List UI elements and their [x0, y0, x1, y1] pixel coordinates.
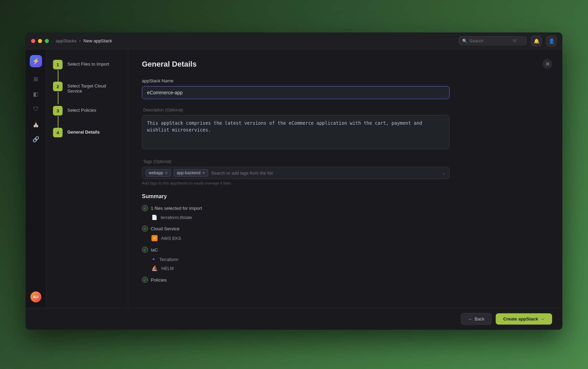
create-appstack-button[interactable]: Create appStack →	[496, 313, 552, 325]
tag-app-backend: app-backend ✕	[174, 169, 208, 177]
step-label-2[interactable]: Select Target Cloud Service	[67, 82, 121, 94]
summary-iac-terraform: ✦ Terraform	[142, 255, 450, 264]
step-label-1[interactable]: Select Files to Import	[67, 60, 109, 67]
sidebar-item-dashboard[interactable]: ⊞	[30, 73, 42, 85]
name-field-group: appStack Name	[142, 78, 450, 99]
back-button-label: Back	[475, 316, 484, 322]
sidebar-item-links[interactable]: 🔗	[30, 133, 42, 145]
file-icon: 📄	[151, 215, 157, 220]
tags-field-group: Tags(Optional) webapp ✕ app-backend ✕ ⌄	[142, 159, 450, 185]
summary-iac-value-1: HELM	[161, 266, 174, 271]
cloud-check-icon: ✓	[142, 226, 148, 232]
avatar[interactable]: AU	[30, 291, 41, 302]
app-logo[interactable]: ⚡	[30, 55, 42, 67]
tags-input-row[interactable]: webapp ✕ app-backend ✕ ⌄	[142, 167, 450, 179]
summary-cloud-item-awseks: A AWS EKS	[142, 234, 450, 243]
summary-title: Summary	[142, 193, 450, 200]
summary-policies-section: ✓ Policies	[142, 277, 450, 283]
steps-panel: 1 Select Files to Import 2 Select Target…	[46, 50, 128, 308]
sidebar-item-stacks[interactable]: ◧	[30, 88, 42, 100]
summary-iac-helm: ⛵ HELM	[142, 264, 450, 273]
summary-iac-value-0: Terraform	[159, 257, 178, 262]
summary-container: Summary ✓ 1 files selected for import 📄 …	[142, 193, 450, 283]
tags-label: Tags(Optional)	[142, 159, 450, 164]
policies-check-icon: ✓	[142, 277, 148, 283]
summary-iac-label: IaC	[151, 247, 158, 252]
step-number-1: 1	[53, 60, 63, 69]
step-4: 4 General Details	[53, 128, 121, 137]
step-label-3[interactable]: Select Policies	[67, 106, 96, 113]
tags-search-input[interactable]	[211, 170, 439, 176]
app-window: appStacks › New appStack 🔍 ⌘/ 🔔 👤 ⚡ ⊞ ◧ …	[26, 32, 562, 330]
summary-files-label: 1 files selected for import	[151, 206, 202, 211]
summary-files-heading: ✓ 1 files selected for import	[142, 205, 450, 211]
step-number-3: 3	[53, 106, 63, 115]
search-icon: 🔍	[462, 39, 467, 43]
summary-file-item: 📄 terraform.tfstate	[142, 213, 450, 221]
breadcrumb-current: New appStack	[83, 38, 112, 43]
tag-webapp: webapp ✕	[146, 169, 171, 177]
step-3: 3 Select Policies	[53, 106, 121, 128]
step-number-2: 2	[53, 82, 63, 91]
summary-policies-label: Policies	[151, 277, 167, 283]
step-number-4: 4	[53, 128, 63, 137]
files-check-icon: ✓	[142, 205, 148, 211]
content-area: ✕ General Details appStack Name Descript…	[128, 50, 562, 308]
back-arrow-icon: ←	[468, 316, 472, 322]
tags-hint: Add tags to this appStacks to easily man…	[142, 181, 450, 185]
back-button[interactable]: ← Back	[461, 313, 492, 325]
summary-iac-section: ✓ IaC ✦ Terraform ⛵ HELM	[142, 247, 450, 273]
description-label: Description(Optional)	[142, 107, 450, 112]
tag-app-backend-label: app-backend	[177, 170, 200, 175]
step-1: 1 Select Files to Import	[53, 60, 121, 82]
terraform-icon: ✦	[151, 256, 156, 262]
summary-file-name: terraform.tfstate	[161, 215, 192, 220]
step-connector-2	[58, 92, 58, 104]
breadcrumb-separator: ›	[79, 38, 81, 43]
sidebar-item-bank[interactable]: ⛪	[30, 118, 42, 130]
bottom-bar: ← Back Create appStack →	[26, 308, 562, 330]
search-input[interactable]	[469, 38, 510, 43]
description-field-group: Description(Optional) This appStack comp…	[142, 107, 450, 151]
tag-app-backend-remove[interactable]: ✕	[202, 171, 205, 175]
sidebar-item-security[interactable]: 🛡	[30, 103, 42, 115]
step-connector-3	[58, 116, 58, 128]
step-connector-1	[58, 70, 58, 82]
form-panel: General Details appStack Name Descriptio…	[142, 60, 450, 283]
summary-cloud-heading: ✓ Cloud Service	[142, 226, 450, 232]
breadcrumb-parent[interactable]: appStacks	[56, 38, 77, 43]
summary-policies-heading: ✓ Policies	[142, 277, 450, 283]
tag-webapp-remove[interactable]: ✕	[165, 171, 168, 175]
breadcrumb: appStacks › New appStack	[56, 38, 458, 43]
titlebar: appStacks › New appStack 🔍 ⌘/ 🔔 👤	[26, 32, 562, 50]
notification-button[interactable]: 🔔	[531, 36, 542, 46]
close-button[interactable]: ✕	[543, 59, 552, 69]
iac-check-icon: ✓	[142, 247, 148, 253]
name-label: appStack Name	[142, 78, 450, 83]
create-arrow-icon: →	[540, 316, 545, 322]
summary-cloud-label: Cloud Service	[151, 226, 179, 231]
tags-chevron-icon: ⌄	[442, 170, 446, 176]
aws-badge-icon: A	[151, 235, 158, 241]
search-bar[interactable]: 🔍 ⌘/	[458, 36, 527, 45]
sidebar: ⚡ ⊞ ◧ 🛡 ⛪ 🔗 AU	[26, 50, 46, 308]
summary-cloud-value: AWS EKS	[161, 236, 181, 241]
step-label-4[interactable]: General Details	[67, 128, 100, 135]
maximize-traffic-light[interactable]	[45, 39, 49, 43]
summary-files-section: ✓ 1 files selected for import 📄 terrafor…	[142, 205, 450, 221]
traffic-lights	[31, 39, 49, 43]
step-2: 2 Select Target Cloud Service	[53, 82, 121, 106]
minimize-traffic-light[interactable]	[38, 39, 42, 43]
tag-webapp-label: webapp	[149, 170, 163, 175]
summary-iac-heading: ✓ IaC	[142, 247, 450, 253]
main-layout: ⚡ ⊞ ◧ 🛡 ⛪ 🔗 AU 1 Select Files to Import …	[26, 50, 562, 308]
close-traffic-light[interactable]	[31, 39, 35, 43]
summary-cloud-section: ✓ Cloud Service A AWS EKS	[142, 226, 450, 243]
description-textarea[interactable]: This appStack comprises the latest versi…	[142, 115, 450, 149]
keyboard-shortcut-hint: ⌘/	[512, 39, 517, 43]
helm-icon: ⛵	[151, 265, 158, 271]
titlebar-right: 🔍 ⌘/ 🔔 👤	[458, 36, 557, 46]
appstack-name-input[interactable]	[142, 86, 450, 99]
create-button-label: Create appStack	[503, 316, 538, 322]
user-profile-button[interactable]: 👤	[546, 36, 557, 46]
